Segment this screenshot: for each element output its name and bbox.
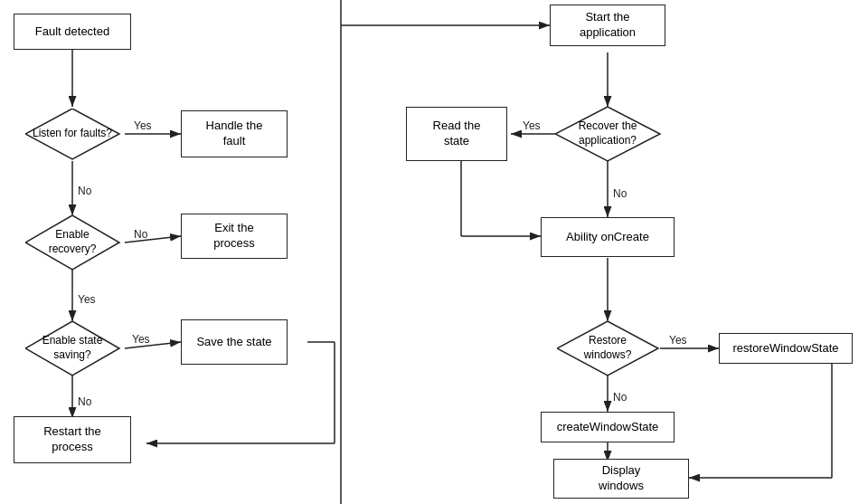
start-app-label: Start the application [580,10,636,41]
create-window-state-label: createWindowState [557,420,659,435]
start-app-box: Start the application [550,5,665,46]
listen-faults-label: Listen for faults? [25,109,119,159]
handle-fault-label: Handle the fault [206,119,263,149]
recover-app-label: Recover the application? [555,107,660,161]
create-window-state-box: createWindowState [541,412,675,442]
fault-detected-label: Fault detected [35,24,109,40]
display-windows-label: Display windows [599,463,644,494]
recover-app-diamond: Recover the application? [555,107,660,161]
ability-oncreate-box: Ability onCreate [541,217,675,257]
enable-saving-diamond: Enable state saving? [25,321,119,376]
restart-process-box: Restart the process [14,416,131,463]
save-state-box: Save the state [181,319,288,365]
restore-window-state-box: restoreWindowState [719,333,853,364]
fault-detected-box: Fault detected [14,14,131,50]
read-state-label: Read the state [433,119,481,149]
listen-faults-diamond: Listen for faults? [25,109,119,159]
restore-windows-label: Restore windows? [557,321,658,376]
enable-recovery-label: Enable recovery? [25,215,119,270]
restore-window-state-label: restoreWindowState [732,341,838,357]
ability-oncreate-label: Ability onCreate [566,230,649,245]
restore-windows-diamond: Restore windows? [557,321,658,376]
enable-saving-label: Enable state saving? [25,321,119,376]
save-state-label: Save the state [196,335,271,350]
restart-process-label: Restart the process [43,424,101,455]
handle-fault-box: Handle the fault [181,110,288,157]
exit-process-label: Exit the process [213,221,255,252]
exit-process-box: Exit the process [181,214,288,259]
display-windows-box: Display windows [553,459,689,499]
enable-recovery-diamond: Enable recovery? [25,215,119,270]
read-state-box: Read the state [406,107,507,161]
